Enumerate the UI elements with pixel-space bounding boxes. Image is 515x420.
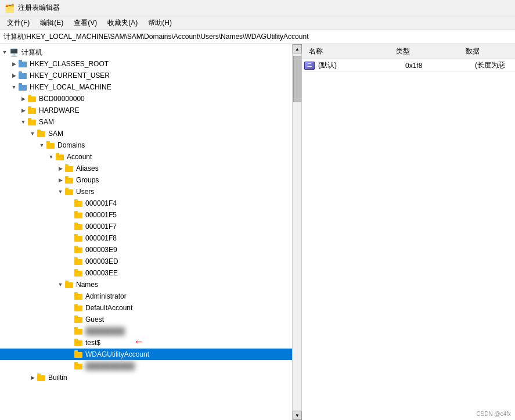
account-label: Account [67, 153, 92, 161]
folder-icon-u3ed [74, 257, 84, 265]
tree-node-guest: Guest [0, 314, 292, 325]
menu-item-edit[interactable]: 编辑(E) [35, 17, 68, 29]
tree-row-guest[interactable]: Guest [0, 314, 292, 325]
menu-item-file[interactable]: 文件(F) [2, 17, 34, 29]
tree-row-wdag[interactable]: WDAGUtilityAccount [0, 349, 292, 360]
row-default-name: (默认) [318, 60, 405, 70]
folder-icon-blurred2 [74, 362, 84, 370]
expand-users[interactable]: ▼ [56, 187, 65, 196]
tree-row-blurred1[interactable]: ████████ [0, 325, 292, 337]
tree-node-hklm: ▼ HKEY_LOCAL_MACHINE [0, 81, 292, 93]
main-content: ▼ 🖥️ 计算机 ▶ HKEY_CLASSES_ROOT [0, 44, 515, 420]
folder-icon-u3e9 [74, 246, 84, 254]
menu-item-help[interactable]: 帮助(H) [143, 17, 177, 29]
wdag-label: WDAGUtilityAccount [85, 350, 149, 358]
right-panel-header: 名称 类型 数据 [302, 44, 515, 59]
col-header-name: 名称 [304, 45, 391, 58]
expand-builtin[interactable]: ▶ [28, 373, 37, 382]
tree-row-groups[interactable]: ▶ Groups [0, 174, 292, 186]
u3ed-label: 000003ED [85, 257, 118, 265]
tree-node-sam2: ▼ SAM [0, 128, 292, 139]
registry-binary-icon: 二 [304, 62, 315, 70]
menu-bar: 文件(F)编辑(E)查看(V)收藏夹(A)帮助(H) [0, 16, 515, 30]
expand-hklm[interactable]: ▼ [9, 82, 19, 92]
folder-icon-builtin [37, 374, 46, 382]
expand-sam[interactable]: ▼ [19, 117, 28, 127]
tree-row-names[interactable]: ▼ Names [0, 279, 292, 290]
tree-row-sam2[interactable]: ▼ SAM [0, 128, 292, 139]
app-title: 注册表编辑器 [18, 3, 60, 13]
expand-domains[interactable]: ▼ [37, 141, 46, 150]
menu-item-favorites[interactable]: 收藏夹(A) [103, 17, 142, 29]
tree-row-hkcu[interactable]: ▶ HKEY_CURRENT_USER [0, 70, 292, 81]
folder-icon-hardware [28, 106, 37, 114]
expand-names[interactable]: ▼ [56, 280, 65, 289]
watermark: CSDN @c4fx [474, 410, 513, 418]
tree-row-u1f4[interactable]: 000001F4 [0, 198, 292, 209]
scrollbar-down-btn[interactable]: ▼ [293, 411, 302, 420]
expand-sam2[interactable]: ▼ [28, 129, 37, 138]
tree-node-defaultaccount: DefaultAccount [0, 302, 292, 314]
u3ee-label: 000003EE [85, 269, 118, 277]
folder-icon-u1f4 [74, 199, 84, 207]
tree-row-hardware[interactable]: ▶ HARDWARE [0, 105, 292, 116]
folder-icon-hklm [19, 83, 28, 91]
expand-groups[interactable]: ▶ [56, 175, 65, 185]
menu-item-view[interactable]: 查看(V) [69, 17, 102, 29]
address-bar: 计算机\HKEY_LOCAL_MACHINE\SAM\SAM\Domains\A… [0, 30, 515, 44]
tree-row-test[interactable]: test$ ← [0, 337, 292, 349]
expand-account[interactable]: ▼ [46, 152, 56, 161]
tree-node-blurred2: ██████████ [0, 360, 292, 372]
folder-icon-test [74, 339, 84, 347]
folder-icon-users [65, 188, 74, 196]
tree-row-u1f7[interactable]: 000001F7 [0, 221, 292, 232]
tree-node-test: test$ ← [0, 337, 292, 349]
tree-node-groups: ▶ Groups [0, 174, 292, 186]
tree-row-users[interactable]: ▼ Users [0, 186, 292, 198]
sam2-label: SAM [48, 130, 63, 138]
tree-row-domains[interactable]: ▼ Domains [0, 139, 292, 151]
expand-aliases[interactable]: ▶ [56, 164, 65, 173]
scrollbar-thumb[interactable] [293, 56, 301, 102]
computer-label: 计算机 [21, 48, 42, 58]
hkcu-label: HKEY_CURRENT_USER [30, 71, 110, 80]
expand-computer[interactable]: ▼ [0, 48, 9, 57]
tree-row-builtin[interactable]: ▶ Builtin [0, 372, 292, 383]
tree-row-u3e9[interactable]: 000003E9 [0, 244, 292, 256]
expand-hkcr[interactable]: ▶ [9, 59, 19, 69]
expand-bcd[interactable]: ▶ [19, 94, 28, 103]
tree-row-blurred2[interactable]: ██████████ [0, 360, 292, 372]
tree-row-account[interactable]: ▼ Account [0, 151, 292, 163]
tree-node-hkcu: ▶ HKEY_CURRENT_USER [0, 70, 292, 81]
tree-row-sam[interactable]: ▼ SAM [0, 116, 292, 128]
tree-node-users: ▼ Users [0, 186, 292, 198]
u1f8-label: 000001F8 [85, 234, 117, 242]
tree-row-bcd[interactable]: ▶ BCD00000000 [0, 93, 292, 105]
tree-row-u1f8[interactable]: 000001F8 [0, 232, 292, 244]
title-bar: 🗂️ 注册表编辑器 [0, 0, 515, 16]
folder-icon-u3ee [74, 269, 84, 277]
hklm-label: HKEY_LOCAL_MACHINE [30, 83, 111, 91]
tree-scrollbar[interactable]: ▲ ▼ [292, 44, 301, 420]
col-header-data: 数据 [461, 45, 513, 58]
tree-row-aliases[interactable]: ▶ Aliases [0, 163, 292, 174]
tree-node-u1f7: 000001F7 [0, 221, 292, 232]
tree-node-builtin: ▶ Builtin [0, 372, 292, 383]
tree-row-u3ed[interactable]: 000003ED [0, 256, 292, 267]
expand-hkcu[interactable]: ▶ [9, 71, 19, 80]
tree-row-hklm[interactable]: ▼ HKEY_LOCAL_MACHINE [0, 81, 292, 93]
scrollbar-up-btn[interactable]: ▲ [293, 44, 302, 53]
tree-row-hkcr[interactable]: ▶ HKEY_CLASSES_ROOT [0, 58, 292, 70]
tree-row-u1f5[interactable]: 000001F5 [0, 209, 292, 221]
u1f4-label: 000001F4 [85, 199, 117, 207]
tree-row-computer[interactable]: ▼ 🖥️ 计算机 [0, 46, 292, 58]
expand-hardware[interactable]: ▶ [19, 106, 28, 115]
tree-row-defaultaccount[interactable]: DefaultAccount [0, 302, 292, 314]
users-label: Users [76, 188, 94, 196]
tree-row-administrator[interactable]: Administrator [0, 290, 292, 302]
tree-node-u3ed: 000003ED [0, 256, 292, 267]
tree-row-u3ee[interactable]: 000003EE [0, 267, 292, 279]
tree-node-hkcr: ▶ HKEY_CLASSES_ROOT [0, 58, 292, 70]
registry-row-default[interactable]: 二 (默认) 0x1f8 (长度为惡 [302, 59, 515, 72]
tree-node-sam: ▼ SAM [0, 116, 292, 128]
